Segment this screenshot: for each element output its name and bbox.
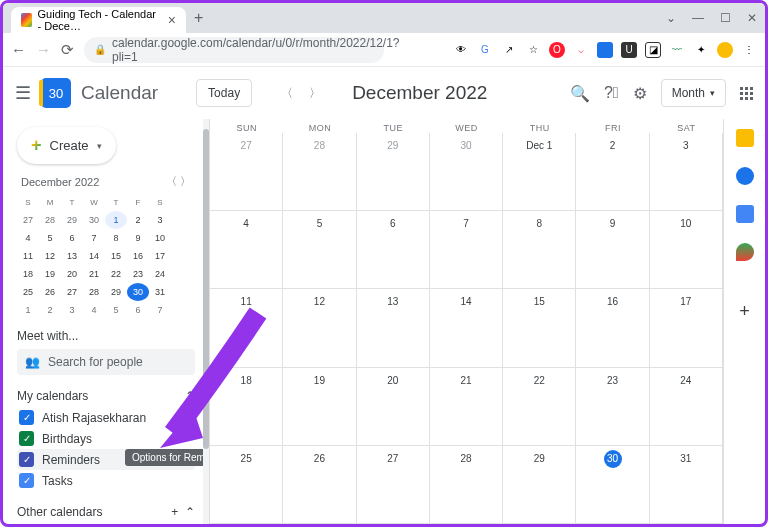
date-cell[interactable]: 25: [210, 446, 283, 524]
next-month-icon[interactable]: 〉: [302, 80, 328, 107]
date-cell[interactable]: 19: [283, 368, 356, 446]
checkbox-icon[interactable]: ✓: [19, 473, 34, 488]
url-field[interactable]: 🔒 calendar.google.com/calendar/u/0/r/mon…: [84, 37, 384, 63]
date-cell[interactable]: 9: [576, 211, 649, 289]
window-caret-icon[interactable]: ⌄: [666, 11, 676, 25]
mini-date-cell[interactable]: 2: [127, 211, 149, 229]
add-panel-icon[interactable]: +: [739, 301, 750, 322]
calendar-item[interactable]: Holidays in India: [17, 523, 195, 524]
ext-icon-blue[interactable]: [597, 42, 613, 58]
reload-icon[interactable]: ⟳: [61, 41, 74, 59]
date-cell[interactable]: 22: [503, 368, 576, 446]
share-ext-icon[interactable]: ↗: [501, 42, 517, 58]
mini-date-cell[interactable]: 4: [17, 229, 39, 247]
mini-date-cell[interactable]: 23: [127, 265, 149, 283]
date-cell[interactable]: 13: [357, 289, 430, 367]
mini-prev-icon[interactable]: 〈: [166, 175, 177, 187]
mini-date-cell[interactable]: 5: [105, 301, 127, 319]
mini-date-cell[interactable]: 25: [17, 283, 39, 301]
mini-date-cell[interactable]: 28: [83, 283, 105, 301]
date-cell[interactable]: 7: [430, 211, 503, 289]
date-cell[interactable]: 16: [576, 289, 649, 367]
date-cell[interactable]: 17: [650, 289, 723, 367]
other-calendars-header[interactable]: Other calendars + ⌃: [17, 505, 195, 519]
checkbox-icon[interactable]: ✓: [19, 452, 34, 467]
mini-date-cell[interactable]: 7: [83, 229, 105, 247]
mini-date-cell[interactable]: 16: [127, 247, 149, 265]
opera-ext-icon[interactable]: O: [549, 42, 565, 58]
date-cell[interactable]: 10: [650, 211, 723, 289]
date-cell[interactable]: Dec 1: [503, 133, 576, 211]
close-window-icon[interactable]: ✕: [747, 11, 757, 25]
mini-date-cell[interactable]: 1: [105, 211, 127, 229]
mini-date-cell[interactable]: 4: [83, 301, 105, 319]
mini-date-cell[interactable]: 27: [17, 211, 39, 229]
tasks-icon[interactable]: [736, 167, 754, 185]
mini-date-cell[interactable]: 24: [149, 265, 171, 283]
date-cell[interactable]: 28: [430, 446, 503, 524]
mini-date-cell[interactable]: 2: [39, 301, 61, 319]
date-cell[interactable]: 29: [357, 133, 430, 211]
settings-gear-icon[interactable]: ⚙: [633, 84, 647, 103]
google-apps-icon[interactable]: [740, 87, 753, 100]
mini-date-cell[interactable]: 13: [61, 247, 83, 265]
date-cell[interactable]: 15: [503, 289, 576, 367]
date-cell[interactable]: 24: [650, 368, 723, 446]
date-cell[interactable]: 29: [503, 446, 576, 524]
view-selector[interactable]: Month ▾: [661, 79, 726, 107]
mini-date-cell[interactable]: 29: [61, 211, 83, 229]
mini-date-cell[interactable]: 3: [149, 211, 171, 229]
prev-month-icon[interactable]: 〈: [274, 80, 300, 107]
search-people-input[interactable]: 👥 Search for people: [17, 349, 195, 375]
mini-date-cell[interactable]: 17: [149, 247, 171, 265]
main-menu-icon[interactable]: ☰: [15, 82, 31, 104]
date-cell[interactable]: 12: [283, 289, 356, 367]
date-cell[interactable]: 8: [503, 211, 576, 289]
date-cell[interactable]: 27: [357, 446, 430, 524]
mini-date-cell[interactable]: 31: [149, 283, 171, 301]
ext-icon-arrow[interactable]: ◪: [645, 42, 661, 58]
mini-date-cell[interactable]: 27: [61, 283, 83, 301]
date-cell[interactable]: 28: [283, 133, 356, 211]
mini-date-cell[interactable]: 19: [39, 265, 61, 283]
date-cell[interactable]: 31: [650, 446, 723, 524]
ext-icon-green[interactable]: 〰: [669, 42, 685, 58]
date-cell[interactable]: 23: [576, 368, 649, 446]
sidebar-scrollbar[interactable]: [203, 119, 209, 524]
mini-date-cell[interactable]: 21: [83, 265, 105, 283]
mini-date-cell[interactable]: 14: [83, 247, 105, 265]
minimize-icon[interactable]: ―: [692, 11, 704, 25]
calendar-item[interactable]: ✓Tasks: [17, 470, 195, 491]
mini-date-cell[interactable]: 8: [105, 229, 127, 247]
pocket-ext-icon[interactable]: ⌵: [573, 42, 589, 58]
date-cell[interactable]: 4: [210, 211, 283, 289]
mini-date-cell[interactable]: 28: [39, 211, 61, 229]
maximize-icon[interactable]: ☐: [720, 11, 731, 25]
mini-date-cell[interactable]: 15: [105, 247, 127, 265]
mini-date-cell[interactable]: 9: [127, 229, 149, 247]
back-icon[interactable]: ←: [11, 41, 26, 58]
help-icon[interactable]: ?⃝: [604, 84, 619, 102]
date-cell[interactable]: 30: [576, 446, 649, 524]
mini-next-icon[interactable]: 〉: [180, 175, 191, 187]
extensions-puzzle-icon[interactable]: ✦: [693, 42, 709, 58]
contacts-icon[interactable]: [736, 205, 754, 223]
date-cell[interactable]: 5: [283, 211, 356, 289]
star-ext-icon[interactable]: ☆: [525, 42, 541, 58]
search-icon[interactable]: 🔍: [570, 84, 590, 103]
date-cell[interactable]: 20: [357, 368, 430, 446]
mini-date-cell[interactable]: 7: [149, 301, 171, 319]
maps-icon[interactable]: [736, 243, 754, 261]
mini-date-cell[interactable]: 1: [17, 301, 39, 319]
date-cell[interactable]: 30: [430, 133, 503, 211]
checkbox-icon[interactable]: ✓: [19, 431, 34, 446]
mini-date-cell[interactable]: 29: [105, 283, 127, 301]
mini-date-cell[interactable]: 20: [61, 265, 83, 283]
mini-date-cell[interactable]: 22: [105, 265, 127, 283]
create-button[interactable]: + Create ▾: [17, 127, 116, 164]
mini-date-cell[interactable]: 18: [17, 265, 39, 283]
calendar-item[interactable]: ✓Birthdays: [17, 428, 195, 449]
mini-date-cell[interactable]: 11: [17, 247, 39, 265]
chrome-menu-icon[interactable]: ⋮: [741, 42, 757, 58]
close-tab-icon[interactable]: ×: [168, 12, 176, 28]
